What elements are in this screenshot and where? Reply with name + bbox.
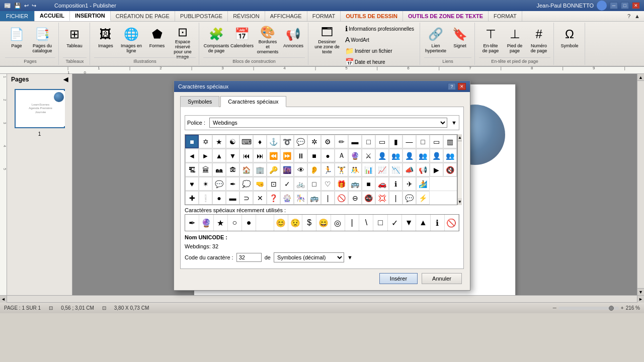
symbol-cell[interactable]: | <box>389 191 403 205</box>
scroll-left-btn[interactable]: ◄ <box>0 296 7 303</box>
recent-cell[interactable]: | <box>345 215 359 231</box>
symbol-cell[interactable]: Ａ <box>335 149 348 162</box>
quick-access-redo[interactable]: ↪ <box>32 3 36 9</box>
symbol-cell[interactable]: ⊡ <box>267 177 280 191</box>
font-select[interactable]: Webdings <box>209 118 447 128</box>
symbol-cell[interactable]: 🤼 <box>348 163 362 176</box>
symbol-cell[interactable]: ⏸ <box>294 149 307 162</box>
tab-affichage[interactable]: AFFICHAGE <box>265 11 307 21</box>
symbol-cell[interactable]: ☯ <box>226 135 239 148</box>
symbol-cell[interactable]: 🎁 <box>335 177 348 191</box>
dialog-help-btn[interactable]: ? <box>448 83 456 90</box>
symbol-cell[interactable]: ▲ <box>212 149 226 162</box>
symbol-cell[interactable]: ► <box>199 149 212 162</box>
ribbon-minimize-icon[interactable]: ▲ <box>634 13 640 19</box>
symbol-cell[interactable]: ⊃ <box>239 191 253 205</box>
symbol-cell[interactable]: 🚫 <box>335 191 348 205</box>
symbol-cell[interactable]: ⏩ <box>280 149 294 162</box>
left-panel-collapse[interactable]: ◀ <box>63 76 68 83</box>
symbol-cell[interactable]: 🚗 <box>375 177 389 191</box>
zoom-slider[interactable] <box>558 307 619 310</box>
symbol-cell[interactable]: ⚙ <box>321 135 335 148</box>
symbol-cell[interactable]: □ <box>362 135 375 148</box>
symbol-cell[interactable]: 👥 <box>389 149 403 162</box>
scrollbar-vertical[interactable]: ▲ ▼ <box>637 74 644 295</box>
symbol-cell[interactable]: 👤 <box>403 149 416 162</box>
symbol-cell[interactable]: ⌨ <box>239 135 253 148</box>
page-thumbnail-container[interactable]: LearnScenesAgenda PremièreJournée 1 <box>7 85 72 140</box>
symbol-cell[interactable]: 🤜 <box>253 177 267 191</box>
symbol-cell[interactable]: 💬 <box>212 177 226 191</box>
symbol-cell[interactable]: ✈ <box>403 177 416 191</box>
btn-espace-reserve[interactable]: ⊡ Espace réservé pour une image <box>170 24 196 56</box>
symbol-cell[interactable]: ✚ <box>185 191 199 205</box>
btn-bordures[interactable]: 🎨 Bordures et ornements <box>255 24 281 56</box>
scroll-down-btn[interactable]: ▼ <box>637 288 644 295</box>
symbol-cell[interactable]: 🌆 <box>280 163 294 176</box>
btn-lien[interactable]: 🔗 Lien hypertexte <box>424 24 447 56</box>
symbol-cell[interactable]: 🚌 <box>307 191 321 205</box>
symbol-cell[interactable]: ▼ <box>226 149 239 162</box>
symbol-cell[interactable]: 💢 <box>375 191 389 205</box>
ribbon-help-icon[interactable]: ? <box>627 13 630 19</box>
btn-tableau[interactable]: ⊞ Tableau <box>63 24 86 56</box>
symbol-cell[interactable]: — <box>403 135 416 148</box>
symbol-cell[interactable]: 🏠 <box>239 163 253 176</box>
code-dropdown-arrow[interactable]: ▼ <box>347 254 353 260</box>
symbol-cell[interactable]: 🏢 <box>253 163 267 176</box>
symbol-cell[interactable]: ▬ <box>348 135 362 148</box>
symbol-cell[interactable]: ✒ <box>226 177 239 191</box>
symbol-cell[interactable]: ♦ <box>253 135 267 148</box>
symbol-cell[interactable]: 🚌 <box>348 177 362 191</box>
symbol-cell[interactable]: 🔇 <box>443 163 457 176</box>
symbol-cell[interactable]: ❓ <box>267 191 280 205</box>
recent-cell[interactable]: $ <box>302 215 316 231</box>
dialog-close-btn[interactable]: ✕ <box>458 83 466 90</box>
symbol-cell[interactable]: ⊖ <box>348 191 362 205</box>
symbol-cell[interactable]: 🏘 <box>212 163 226 176</box>
code-type-select[interactable]: Symboles (décimal) <box>274 252 344 262</box>
symbol-cell[interactable]: 🏃 <box>321 163 335 176</box>
symbol-cell[interactable]: ✲ <box>307 135 321 148</box>
btn-calendriers[interactable]: 📅 Calendriers <box>230 24 254 56</box>
symbol-cell[interactable]: ● <box>321 149 335 162</box>
symbol-cell[interactable]: ⚓ <box>267 135 280 148</box>
symbol-cell[interactable]: ℹ <box>389 177 403 191</box>
symbol-cell[interactable]: 📢 <box>416 163 430 176</box>
btn-page[interactable]: 📄 Page <box>5 24 28 56</box>
symbol-cell[interactable]: 🏚 <box>226 163 239 176</box>
symbol-cell[interactable]: 💬 <box>294 135 307 148</box>
recent-cell[interactable]: ◎ <box>331 215 345 231</box>
symbol-cell[interactable]: ⏭ <box>253 149 267 162</box>
symbol-cell[interactable]: ▮ <box>389 135 403 148</box>
symbol-cell[interactable]: ✴ <box>199 177 212 191</box>
recent-cell[interactable]: ● <box>242 215 256 231</box>
recent-cell[interactable] <box>256 215 274 231</box>
recent-cell[interactable]: ▲ <box>416 215 430 231</box>
btn-signet[interactable]: 🔖 Signet <box>448 24 471 56</box>
symbol-grid-scrollbar[interactable]: ▲ ▼ <box>457 134 462 205</box>
tab-revision[interactable]: RÉVISION <box>228 11 265 21</box>
btn-pages-catalogue[interactable]: 📑 Pages du catalogue <box>29 24 55 56</box>
symbol-cell[interactable]: 📣 <box>403 163 416 176</box>
tab-outils-zone[interactable]: OUTILS DE ZONE DE TEXTE <box>403 11 489 21</box>
tab-format2[interactable]: FORMAT <box>489 11 522 21</box>
symbol-cell[interactable]: 🚲 <box>294 177 307 191</box>
recent-cell[interactable]: 😄 <box>316 215 331 231</box>
tab-insertion[interactable]: INSERTION <box>70 11 111 21</box>
symbol-cell[interactable]: 🔑 <box>267 163 280 176</box>
recent-cell[interactable]: 😟 <box>288 215 302 231</box>
btn-dessiner-zone[interactable]: 🗔 Dessiner une zone de texte <box>312 24 342 56</box>
recent-cell[interactable]: \ <box>359 215 373 231</box>
symbol-cell[interactable]: ✓ <box>280 177 294 191</box>
symbol-cell[interactable]: 📊 <box>362 163 375 176</box>
symbol-cell[interactable]: 🚭 <box>362 191 375 205</box>
symbol-cell[interactable]: 🏗 <box>185 163 199 176</box>
symbol-cell[interactable]: ▬ <box>226 191 239 205</box>
symbol-cell[interactable]: ★ <box>212 135 226 148</box>
symbol-cell[interactable]: 📉 <box>389 163 403 176</box>
btn-annonces[interactable]: 📢 Annonces <box>282 24 305 56</box>
symbol-cell[interactable]: 💬 <box>403 191 416 205</box>
symbol-cell[interactable]: | <box>321 191 335 205</box>
recent-cell[interactable]: ✒ <box>185 215 199 231</box>
